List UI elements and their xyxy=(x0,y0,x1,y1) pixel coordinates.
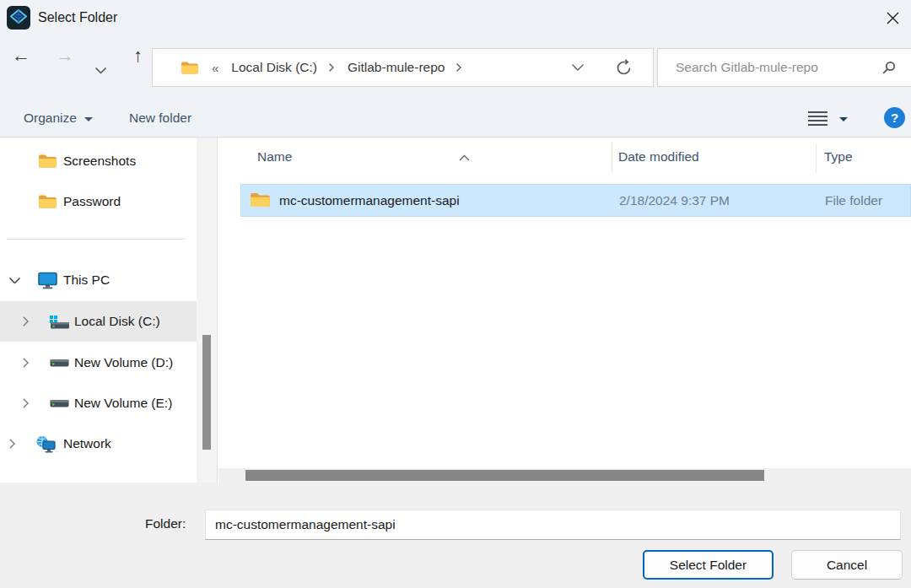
column-header-type[interactable]: Type xyxy=(824,149,853,165)
sort-ascending-icon xyxy=(458,150,471,165)
sidebar-item-new-volume-d[interactable]: New Volume (D:) xyxy=(0,344,197,381)
search-box[interactable]: Search Gitlab-mule-repo xyxy=(657,48,911,87)
chevron-right-icon[interactable] xyxy=(22,357,30,369)
help-icon: ? xyxy=(891,111,898,125)
sidebar-item-screenshots[interactable]: Screenshots xyxy=(0,143,197,180)
chevron-down-icon xyxy=(571,63,585,72)
folder-icon xyxy=(38,154,57,169)
sidebar-item-label: New Volume (E:) xyxy=(74,396,172,411)
change-view-button[interactable] xyxy=(806,110,848,127)
file-type: File folder xyxy=(825,193,882,208)
column-header-name[interactable]: Name xyxy=(257,149,292,165)
forward-button[interactable]: → xyxy=(56,43,74,68)
window-title: Select Folder xyxy=(38,10,117,25)
new-folder-label: New folder xyxy=(129,111,191,126)
folder-icon xyxy=(38,194,57,209)
file-name: mc-customermanagement-sapi xyxy=(279,193,460,208)
recent-locations-button[interactable] xyxy=(94,62,107,78)
sidebar-item-label: Local Disk (C:) xyxy=(74,314,160,329)
list-view-icon xyxy=(806,110,829,127)
navigation-sidebar: Screenshots Password This P xyxy=(0,138,197,483)
command-toolbar: Organize New folder ? xyxy=(0,100,911,138)
chevron-right-icon[interactable] xyxy=(22,316,30,327)
sidebar-item-label: Network xyxy=(63,436,111,451)
back-button[interactable]: ← xyxy=(12,43,30,68)
horizontal-scrollbar[interactable] xyxy=(218,468,911,483)
network-icon xyxy=(35,435,57,453)
organize-button[interactable]: Organize xyxy=(24,100,93,137)
search-icon[interactable] xyxy=(881,61,896,75)
sidebar-item-label: New Volume (D:) xyxy=(74,355,173,370)
chevron-right-icon[interactable] xyxy=(22,397,30,409)
sidebar-item-label: Screenshots xyxy=(63,154,136,169)
folder-icon xyxy=(181,61,199,75)
sidebar-item-label: This PC xyxy=(63,272,110,288)
drive-icon xyxy=(49,395,70,412)
breadcrumb-chevron-icon[interactable] xyxy=(328,62,335,73)
title-bar: Select Folder xyxy=(0,0,911,35)
this-pc-icon xyxy=(37,272,58,289)
column-divider[interactable] xyxy=(612,143,612,173)
sidebar-vertical-scrollbar[interactable] xyxy=(197,138,218,483)
address-dropdown-button[interactable] xyxy=(571,63,585,72)
system-drive-icon xyxy=(49,313,70,330)
sidebar-item-new-volume-e[interactable]: New Volume (E:) xyxy=(0,385,197,422)
refresh-icon xyxy=(615,59,633,77)
close-button[interactable] xyxy=(874,0,911,35)
file-row-selected[interactable]: mc-customermanagement-sapi 2/18/2024 9:3… xyxy=(240,184,911,217)
caret-down-icon xyxy=(839,117,848,121)
chevron-down-icon xyxy=(94,67,107,74)
chevron-down-icon[interactable] xyxy=(8,277,21,284)
navigation-bar: ← → ↑ « Local Disk (C:) Gitlab-mule-repo xyxy=(0,35,911,100)
address-bar[interactable]: « Local Disk (C:) Gitlab-mule-repo xyxy=(152,48,654,87)
drive-icon xyxy=(49,354,70,371)
dialog-body: Screenshots Password This P xyxy=(0,138,911,483)
up-button[interactable]: ↑ xyxy=(133,43,143,68)
breadcrumb-local-disk[interactable]: Local Disk (C:) xyxy=(231,60,317,75)
dialog-footer: Folder: Select Folder Cancel xyxy=(0,483,911,588)
column-divider[interactable] xyxy=(816,143,817,173)
search-placeholder: Search Gitlab-mule-repo xyxy=(676,60,881,75)
file-list-pane: Name Date modified Type mc-customermanag… xyxy=(218,138,911,483)
help-button[interactable]: ? xyxy=(884,107,905,128)
app-icon xyxy=(7,6,30,30)
chevron-right-icon[interactable] xyxy=(8,438,16,450)
folder-name-input[interactable] xyxy=(205,510,901,540)
select-folder-button[interactable]: Select Folder xyxy=(643,550,774,580)
breadcrumb-chevron-icon[interactable] xyxy=(456,62,462,73)
sidebar-item-password[interactable]: Password xyxy=(0,183,197,220)
breadcrumb-overflow[interactable]: « xyxy=(212,61,218,75)
folder-field-label: Folder: xyxy=(145,516,186,531)
caret-down-icon xyxy=(84,117,93,121)
sidebar-item-this-pc[interactable]: This PC xyxy=(0,262,197,299)
cancel-button[interactable]: Cancel xyxy=(791,550,903,580)
breadcrumb-gitlab-mule-repo[interactable]: Gitlab-mule-repo xyxy=(348,60,445,75)
scrollbar-thumb[interactable] xyxy=(202,335,211,450)
organize-label: Organize xyxy=(24,111,77,126)
sidebar-item-network[interactable]: Network xyxy=(0,425,197,462)
new-folder-button[interactable]: New folder xyxy=(129,100,191,137)
select-folder-dialog: Select Folder ← → ↑ « Local Disk (C:) xyxy=(0,0,911,588)
sidebar-item-label: Password xyxy=(63,194,121,209)
sidebar-separator xyxy=(7,239,186,240)
column-header-date-modified[interactable]: Date modified xyxy=(618,149,699,165)
refresh-button[interactable] xyxy=(615,59,633,77)
file-date-modified: 2/18/2024 9:37 PM xyxy=(619,193,730,208)
scrollbar-thumb[interactable] xyxy=(245,470,764,481)
folder-icon xyxy=(250,192,271,208)
sidebar-item-local-disk-c[interactable]: Local Disk (C:) xyxy=(0,301,197,342)
close-icon xyxy=(886,11,900,25)
